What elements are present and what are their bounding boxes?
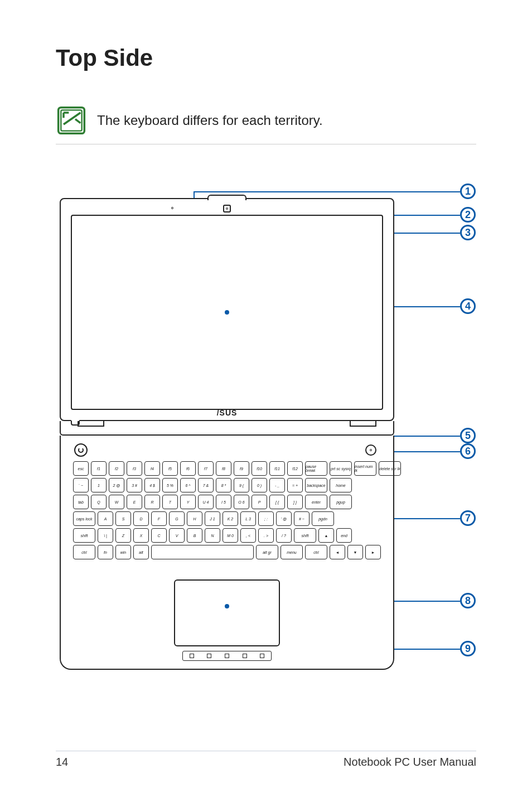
keyboard-key: \ | (98, 528, 113, 543)
keyboard-key: f1 (91, 461, 107, 476)
touchpad-center-marker (225, 604, 229, 608)
led-indicator (225, 654, 229, 658)
keyboard-key: N (205, 528, 220, 543)
keyboard-key: F (151, 511, 167, 526)
keyboard-key: C (151, 528, 167, 543)
keyboard-key: menu (280, 545, 303, 559)
display-lid: /SUS (60, 198, 394, 421)
keyboard-key (151, 545, 254, 559)
keyboard-key: home (330, 478, 352, 492)
keyboard-key: f8 (216, 461, 231, 476)
keyboard-key: ] } (287, 495, 303, 509)
keyboard-key: ▼ (347, 545, 363, 559)
callout-3: 3 (460, 225, 476, 240)
keyboard-key: ctrl (73, 545, 95, 559)
keyboard-key: S (115, 511, 131, 526)
keyboard-key: f11 (269, 461, 285, 476)
led-indicator (190, 654, 194, 658)
keyboard-key: 9 ( (234, 478, 249, 492)
keyboard-key: 0 ) (252, 478, 267, 492)
keyboard-key: backspace (305, 478, 327, 492)
keyboard-key: esc (73, 461, 89, 476)
keyboard-key: f9 (234, 461, 249, 476)
keyboard-key: X (133, 528, 149, 543)
keyboard-key: Y (180, 495, 196, 509)
touchpad (174, 579, 280, 646)
keyboard-key: insert num lk (354, 461, 376, 476)
callout-2: 2 (460, 207, 476, 223)
footer-page-number: 14 (56, 756, 68, 769)
key-row-3: tabQWERTYU 4I 5O 6P[ {] }enterpgup (73, 495, 381, 509)
keyboard-key: J 1 (205, 511, 220, 526)
keyboard-key: shift (294, 528, 316, 543)
keyboard-key: K 2 (223, 511, 238, 526)
brand-logo: /SUS (217, 408, 238, 417)
keyboard-key: f6 (180, 461, 196, 476)
keyboard-key: end (336, 528, 352, 543)
callout-6: 6 (460, 443, 476, 459)
keyboard-key: ` ~ (73, 478, 89, 492)
keyboard-key: / ? (276, 528, 292, 543)
key-row-5: shift\ |ZXCVBNM 0, <. >/ ?shift▲end (73, 528, 381, 543)
keyboard-key: V (169, 528, 185, 543)
keyboard-key: delete scr lk (379, 461, 401, 476)
camera (223, 205, 231, 212)
keyboard-key: 8 * (216, 478, 231, 492)
keyboard-key: 3 # (127, 478, 142, 492)
keyboard-key: 5 % (162, 478, 178, 492)
laptop-illustration: /SUS escf1f2f3f4f5f6f7f8f9f10f11f12pause… (60, 198, 394, 670)
note-text: The keyboard differs for each territory. (97, 113, 323, 128)
keyboard-key: B (187, 528, 202, 543)
base-unit: escf1f2f3f4f5f6f7f8f9f10f11f12pause brea… (60, 436, 394, 670)
keyboard: escf1f2f3f4f5f6f7f8f9f10f11f12pause brea… (73, 461, 381, 567)
keyboard-key: f12 (287, 461, 303, 476)
power-indicator (365, 445, 376, 456)
callout-9: 9 (460, 641, 476, 656)
keyboard-key: [ { (269, 495, 285, 509)
key-row-2: ` ~12 @3 #4 $5 %6 ^7 &8 *9 (0 )- _= +bac… (73, 478, 381, 492)
keyboard-key: ' @ (276, 511, 292, 526)
keyboard-key: Q (91, 495, 107, 509)
keyboard-key: # ~ (294, 511, 309, 526)
keyboard-key: - _ (269, 478, 285, 492)
lid-notch (207, 195, 246, 200)
led-indicator (243, 654, 247, 658)
led-indicator (207, 654, 211, 658)
keyboard-key: ▲ (318, 528, 334, 543)
key-row-6: ctrlfnwinaltalt grmenuctrl◄▼► (73, 545, 381, 559)
keyboard-key: 4 $ (144, 478, 160, 492)
keyboard-key: 6 ^ (180, 478, 196, 492)
keyboard-key: enter (305, 495, 327, 509)
power-button (74, 443, 88, 457)
keyboard-key: f3 (127, 461, 142, 476)
keyboard-key: R (144, 495, 160, 509)
keyboard-key: ; : (258, 511, 274, 526)
keyboard-key: E (127, 495, 142, 509)
svg-rect-0 (59, 108, 85, 134)
keyboard-key: 1 (91, 478, 107, 492)
laptop-diagram: 1 2 3 4 5 6 7 8 9 (60, 178, 472, 658)
page-title: Top Side (56, 45, 476, 71)
keyboard-key: A (98, 511, 113, 526)
keyboard-key: 7 & (198, 478, 214, 492)
keyboard-key: , < (240, 528, 256, 543)
keyboard-key: f2 (109, 461, 124, 476)
key-row-1: escf1f2f3f4f5f6f7f8f9f10f11f12pause brea… (73, 461, 381, 476)
keyboard-key: prt sc sysrq (330, 461, 352, 476)
note-container: The keyboard differs for each territory. (56, 99, 476, 144)
keyboard-key: 2 @ (109, 478, 124, 492)
callout-7: 7 (460, 510, 476, 526)
keyboard-key: shift (73, 528, 95, 543)
display-panel (71, 215, 383, 410)
hinge-bar (60, 421, 394, 436)
page-footer: 14 Notebook PC User Manual (56, 751, 476, 769)
keyboard-key: f7 (198, 461, 214, 476)
keyboard-key: pgup (330, 495, 352, 509)
screen-center-marker (225, 310, 229, 315)
keyboard-key: O 6 (234, 495, 249, 509)
keyboard-key: f4 (144, 461, 160, 476)
keyboard-key: W (109, 495, 124, 509)
keyboard-key: G (169, 511, 185, 526)
keyboard-key: . > (258, 528, 274, 543)
keyboard-key: caps lock (73, 511, 95, 526)
